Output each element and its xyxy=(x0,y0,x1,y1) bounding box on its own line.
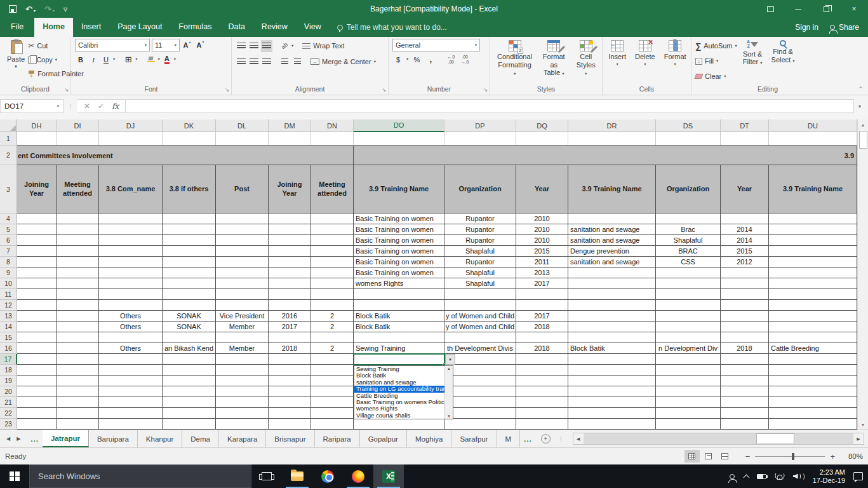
taskbar-clock[interactable]: 2:23 AM 17-Dec-19 xyxy=(813,468,845,485)
cell-DU15[interactable] xyxy=(769,332,857,343)
cell-DK16[interactable]: ari Bikash Kend xyxy=(163,343,216,354)
cell-DR8[interactable]: sanitation and sewage xyxy=(568,257,656,268)
cell-DO8[interactable]: Basic Training on women xyxy=(354,257,444,268)
cell-DS11[interactable] xyxy=(656,289,721,300)
cell-DK17[interactable] xyxy=(163,354,216,365)
insert-cells-button[interactable]: Insert▾ xyxy=(605,39,629,85)
cell-DO4[interactable]: Basic Training on women xyxy=(354,214,444,224)
ribbon-tab-review[interactable]: Review xyxy=(253,18,296,37)
cell-DK5[interactable] xyxy=(163,224,216,235)
cell-DP3[interactable]: Organization xyxy=(444,165,516,214)
cell-DQ22[interactable] xyxy=(516,408,568,419)
expand-formula-bar-icon[interactable]: ▾ xyxy=(854,104,865,109)
cell-DQ6[interactable]: 2010 xyxy=(516,235,568,246)
accounting-format-button[interactable]: $ xyxy=(392,53,404,65)
cell-DK7[interactable] xyxy=(163,246,216,257)
horizontal-scroll-thumb[interactable] xyxy=(756,433,794,444)
cell-DM19[interactable] xyxy=(269,376,311,386)
cell-DR20[interactable] xyxy=(568,386,656,397)
cell-DP18[interactable] xyxy=(444,365,516,376)
rowheader-6[interactable]: 6 xyxy=(0,235,17,246)
colheader-DT[interactable]: DT xyxy=(721,119,769,132)
colheader-DO[interactable]: DO xyxy=(354,119,444,132)
cell-DR22[interactable] xyxy=(568,408,656,419)
cell-DN21[interactable] xyxy=(311,397,354,408)
cell-DH19[interactable] xyxy=(17,376,57,386)
cell-DM4[interactable] xyxy=(269,214,311,224)
cell-DL8[interactable] xyxy=(216,257,269,268)
cell-DN8[interactable] xyxy=(311,257,354,268)
cell-DQ21[interactable] xyxy=(516,397,568,408)
cell-DL9[interactable] xyxy=(216,268,269,278)
enter-formula-icon[interactable]: ✓ xyxy=(98,102,104,111)
cell-DS9[interactable] xyxy=(656,268,721,278)
cell-DI5[interactable] xyxy=(57,224,99,235)
rowheader-8[interactable]: 8 xyxy=(0,257,17,268)
rowheader-15[interactable]: 15 xyxy=(0,332,17,343)
cell-DJ19[interactable] xyxy=(99,376,163,386)
cell-DR7[interactable]: Dengue prevention xyxy=(568,246,656,257)
dropdown-item[interactable]: Sewing Training xyxy=(354,366,453,372)
cell-DL1[interactable] xyxy=(216,132,269,146)
align-center-button[interactable] xyxy=(248,56,260,68)
cell-DJ8[interactable] xyxy=(99,257,163,268)
font-name-select[interactable]: Calibri▾ xyxy=(75,39,150,51)
rowheader-19[interactable]: 19 xyxy=(0,376,17,386)
cell-DJ14[interactable]: Others xyxy=(99,322,163,332)
cell-DT14[interactable] xyxy=(721,322,769,332)
cell-DP13[interactable]: y of Women and Child xyxy=(444,311,516,322)
cell-DL15[interactable] xyxy=(216,332,269,343)
find-select-button[interactable]: Find &Select ▾ xyxy=(768,39,798,85)
cell-DN1[interactable] xyxy=(311,132,354,146)
cell-DI19[interactable] xyxy=(57,376,99,386)
firefox-button[interactable] xyxy=(343,464,373,488)
cell-DT8[interactable]: 2012 xyxy=(721,257,769,268)
cell-DO13[interactable]: Block Batik xyxy=(354,311,444,322)
rowheader-10[interactable]: 10 xyxy=(0,278,17,289)
rowheader-18[interactable]: 18 xyxy=(0,365,17,376)
sheet-tab-jatrapur[interactable]: Jatrapur xyxy=(43,430,89,447)
cell-DN6[interactable] xyxy=(311,235,354,246)
task-view-button[interactable] xyxy=(251,464,282,488)
cell-DL22[interactable] xyxy=(216,408,269,419)
cell-DJ10[interactable] xyxy=(99,278,163,289)
cell-DT13[interactable] xyxy=(721,311,769,322)
cell-DH12[interactable] xyxy=(17,300,57,311)
cell-DO12[interactable] xyxy=(354,300,444,311)
cell-DM16[interactable]: 2018 xyxy=(269,343,311,354)
cell-DS14[interactable] xyxy=(656,322,721,332)
cell-DJ23[interactable] xyxy=(99,419,163,430)
ribbon-tab-page-layout[interactable]: Page Layout xyxy=(109,18,170,37)
cell-DS23[interactable] xyxy=(656,419,721,430)
cell-DS15[interactable] xyxy=(656,332,721,343)
cell-DO6[interactable]: Basic Training on women xyxy=(354,235,444,246)
cell-DK18[interactable] xyxy=(163,365,216,376)
cell-DT21[interactable] xyxy=(721,397,769,408)
cell-DM17[interactable] xyxy=(269,354,311,365)
cell-DL5[interactable] xyxy=(216,224,269,235)
cell-DI18[interactable] xyxy=(57,365,99,376)
cell-DT16[interactable]: 2018 xyxy=(721,343,769,354)
colheader-DI[interactable]: DI xyxy=(57,119,99,132)
show-hidden-icons-button[interactable] xyxy=(744,473,749,480)
cell-DP15[interactable] xyxy=(444,332,516,343)
cell-DQ14[interactable]: 2018 xyxy=(516,322,568,332)
cell-DL12[interactable] xyxy=(216,300,269,311)
cell-DH23[interactable] xyxy=(17,419,57,430)
cell-DI1[interactable] xyxy=(57,132,99,146)
sheet-tab-baruipara[interactable]: Baruipara xyxy=(89,430,138,447)
cell-DK4[interactable] xyxy=(163,214,216,224)
cell-DQ20[interactable] xyxy=(516,386,568,397)
cell-DK13[interactable]: SONAK xyxy=(163,311,216,322)
colheader-DR[interactable]: DR xyxy=(568,119,656,132)
dropdown-item[interactable]: Cattle Breeding xyxy=(354,393,453,399)
start-button[interactable] xyxy=(0,464,29,488)
increase-indent-button[interactable] xyxy=(291,56,303,68)
cell-DP19[interactable] xyxy=(444,376,516,386)
cell-DN13[interactable]: 2 xyxy=(311,311,354,322)
cell-DS18[interactable] xyxy=(656,365,721,376)
cell-DS10[interactable] xyxy=(656,278,721,289)
cell-DH4[interactable] xyxy=(17,214,57,224)
cell-DQ3[interactable]: Year xyxy=(516,165,568,214)
cell-DU22[interactable] xyxy=(769,408,857,419)
